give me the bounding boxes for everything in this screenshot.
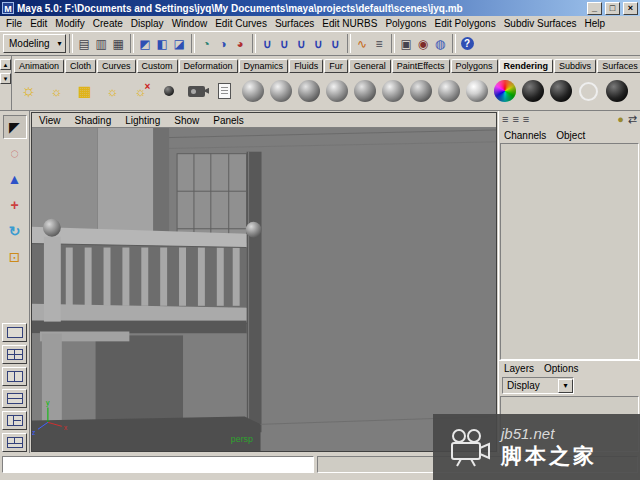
channel-layout-narrow-icon[interactable]: ≡ — [523, 112, 529, 127]
menu-edit-curves[interactable]: Edit Curves — [211, 18, 271, 29]
shelf-tab-general[interactable]: General — [349, 59, 391, 73]
snap-point-icon[interactable]: ∪ — [293, 34, 310, 53]
translate-tool[interactable]: ▲ — [3, 167, 27, 191]
shelf-tab-dynamics[interactable]: Dynamics — [239, 59, 289, 73]
select-tool[interactable]: ◤ — [3, 115, 27, 139]
pane-layout-two-vertical-button[interactable] — [2, 367, 27, 386]
rotate-tool[interactable]: ↻ — [3, 219, 27, 243]
command-line-input[interactable] — [2, 456, 314, 473]
env-ball-icon[interactable] — [464, 75, 489, 107]
light-ring-icon[interactable] — [576, 75, 601, 107]
ipr-render-icon[interactable]: ◉ — [415, 34, 432, 53]
viewport-menu-lighting[interactable]: Lighting — [118, 115, 167, 126]
pane-layout-two-horizontal-button[interactable] — [2, 389, 27, 408]
channel-layout-wide-icon[interactable]: ≡ — [512, 112, 518, 127]
shelf-tab-custom[interactable]: Custom — [137, 59, 178, 73]
spot-light-icon[interactable]: ☼ — [100, 75, 125, 107]
shelf-menu-down-icon[interactable]: ▾ — [0, 73, 11, 84]
menu-display[interactable]: Display — [127, 18, 168, 29]
pane-layout-single-button[interactable] — [2, 323, 27, 342]
menu-polygons[interactable]: Polygons — [381, 18, 430, 29]
titlebar[interactable]: M Maya 5.0: F:\Documents and Settings\jy… — [0, 0, 640, 16]
layer-menu-layers[interactable]: Layers — [504, 363, 534, 374]
maximize-button[interactable]: □ — [605, 2, 620, 15]
phong-material-icon[interactable] — [296, 75, 321, 107]
directional-light-icon[interactable]: ☼× — [128, 75, 153, 107]
menu-create[interactable]: Create — [89, 18, 127, 29]
mask-hierarchy-icon[interactable]: ◔ — [198, 34, 215, 53]
shelf-tab-cloth[interactable]: Cloth — [65, 59, 96, 73]
shelf-tab-fluids[interactable]: Fluids — [289, 59, 323, 73]
menu-file[interactable]: File — [2, 18, 26, 29]
ambient-light-icon[interactable]: ☼ — [44, 75, 69, 107]
manip-sphere-icon[interactable]: ● — [617, 112, 624, 127]
menu-surfaces[interactable]: Surfaces — [271, 18, 318, 29]
menu-edit[interactable]: Edit — [26, 18, 51, 29]
channel-box-menu-channels[interactable]: Channels — [504, 130, 546, 141]
render-globals-icon[interactable]: ◍ — [432, 34, 449, 53]
viewport-canvas[interactable]: y x z persp — [32, 128, 496, 451]
layer-menu-options[interactable]: Options — [544, 363, 578, 374]
construction-history-icon[interactable]: ∿ — [354, 34, 371, 53]
lambert-material-icon[interactable] — [240, 75, 265, 107]
snap-grid-icon[interactable]: ∪ — [259, 34, 276, 53]
viewport-menu-view[interactable]: View — [32, 115, 68, 126]
shelf-tab-surfaces[interactable]: Surfaces — [597, 59, 640, 73]
channel-layout-icon[interactable]: ≡ — [502, 112, 508, 127]
shelf-tab-polygons[interactable]: Polygons — [451, 59, 498, 73]
anisotropic-material-icon[interactable] — [352, 75, 377, 107]
new-scene-icon[interactable]: ▤ — [76, 34, 93, 53]
open-scene-icon[interactable]: ▥ — [93, 34, 110, 53]
pane-layout-three-left-button[interactable] — [2, 411, 27, 430]
select-hierarchy-icon[interactable]: ◩ — [137, 34, 154, 53]
area-light-icon[interactable]: ▦ — [72, 75, 97, 107]
menu-help[interactable]: Help — [581, 18, 610, 29]
menu-modify[interactable]: Modify — [51, 18, 88, 29]
close-button[interactable]: × — [623, 2, 638, 15]
save-scene-icon[interactable]: ▦ — [110, 34, 127, 53]
shelf-tab-deformation[interactable]: Deformation — [179, 59, 238, 73]
move-tool[interactable]: + — [3, 193, 27, 217]
ramp-shader-icon[interactable] — [492, 75, 517, 107]
layer-display-selector[interactable]: Display ▾ — [502, 377, 574, 394]
render-current-frame-icon[interactable]: ▣ — [398, 34, 415, 53]
viewport-menu-shading[interactable]: Shading — [68, 115, 119, 126]
shelf-tab-rendering[interactable]: Rendering — [499, 59, 554, 73]
mask-component-icon[interactable]: ◕ — [232, 34, 249, 53]
menu-set-selector[interactable]: Modeling ▾ — [3, 34, 66, 53]
shelf-menu-up-icon[interactable]: ▴ — [0, 59, 11, 70]
snap-plane-icon[interactable]: ∪ — [310, 34, 327, 53]
show-hide-panel-icon[interactable]: ⇄ — [628, 112, 637, 127]
particle-cloud-icon[interactable] — [548, 75, 573, 107]
pane-layout-three-bottom-button[interactable] — [2, 433, 27, 452]
snap-live-icon[interactable]: ∪ — [327, 34, 344, 53]
volume-fog-icon[interactable] — [520, 75, 545, 107]
viewport-menu-show[interactable]: Show — [167, 115, 206, 126]
render-view-icon[interactable] — [212, 75, 237, 107]
channel-box-menu-object[interactable]: Object — [556, 130, 585, 141]
menu-subdiv-surfaces[interactable]: Subdiv Surfaces — [500, 18, 581, 29]
shelf-tab-fur[interactable]: Fur — [324, 59, 348, 73]
scale-tool[interactable]: ⊡ — [3, 245, 27, 269]
menu-edit-polygons[interactable]: Edit Polygons — [431, 18, 500, 29]
point-light-icon[interactable]: ☼ — [16, 75, 41, 107]
shelf-tab-curves[interactable]: Curves — [97, 59, 136, 73]
lasso-tool[interactable]: ◌ — [3, 141, 27, 165]
channel-box-list[interactable] — [500, 143, 639, 360]
mask-object-icon[interactable]: ◑ — [215, 34, 232, 53]
volume-light-icon[interactable] — [156, 75, 181, 107]
shading-map-icon[interactable] — [408, 75, 433, 107]
shelf-tab-subdivs[interactable]: Subdivs — [554, 59, 596, 73]
shelf-tab-painteffects[interactable]: PaintEffects — [392, 59, 450, 73]
help-icon[interactable]: ? — [459, 34, 476, 53]
pane-layout-four-button[interactable] — [2, 345, 27, 364]
camera-icon[interactable] — [184, 75, 209, 107]
shelf-tab-animation[interactable]: Animation — [14, 59, 64, 73]
surface-shader-icon[interactable] — [436, 75, 461, 107]
blinn-material-icon[interactable] — [268, 75, 293, 107]
minimize-button[interactable]: _ — [587, 2, 602, 15]
select-object-icon[interactable]: ◧ — [154, 34, 171, 53]
select-component-icon[interactable]: ◪ — [171, 34, 188, 53]
snap-curve-icon[interactable]: ∪ — [276, 34, 293, 53]
layered-shader-icon[interactable] — [380, 75, 405, 107]
